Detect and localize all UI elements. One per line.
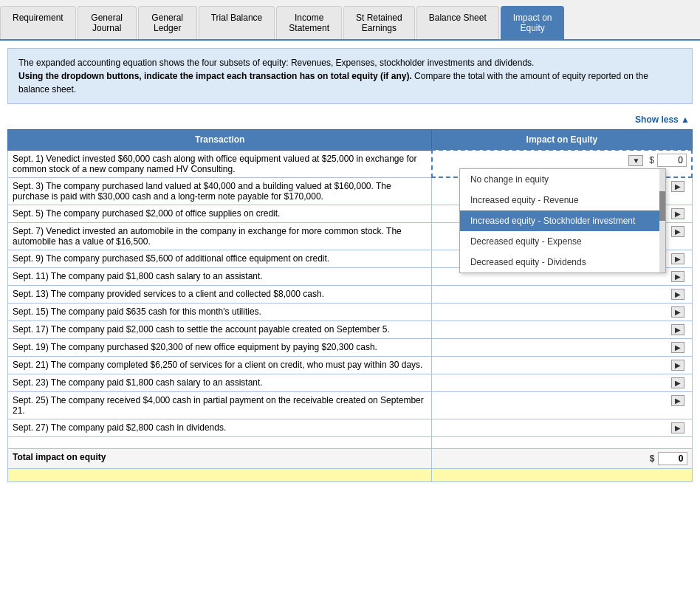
dropdown-trigger[interactable]: ▶ [671,377,684,388]
equity-cell: ▶ [432,303,692,321]
transaction-cell: Sept. 7) Venedict invested an automobile… [8,222,432,250]
dropdown-trigger[interactable]: ▶ [671,226,684,237]
equity-cell: ▶ [432,321,692,338]
empty-cell [432,436,692,448]
option-increased-revenue[interactable]: Increased equity - Revenue [460,190,665,210]
scrollbar-thumb[interactable] [659,191,665,221]
dropdown-popup: No change in equity Increased equity - R… [459,168,666,273]
equity-cell: ▶ [432,419,692,436]
dropdown-scrollbar[interactable] [659,169,665,272]
table-row: Sept. 13) The company provided services … [8,285,693,303]
transaction-cell: Sept. 15) The company paid $635 cash for… [8,303,432,321]
total-row: Total impact on equity $ 0 [8,448,693,468]
table-row: Sept. 19) The company purchased $20,300 … [8,338,693,356]
col-header-transaction: Transaction [8,130,432,151]
highlight-row [8,468,693,481]
info-text1: The expanded accounting equation shows t… [18,58,534,68]
tab-balance-sheet[interactable]: Balance Sheet [416,6,499,39]
equity-cell: ▶ [432,391,692,419]
transactions-table: Transaction Impact on Equity Sept. 1) Ve… [7,129,693,482]
dropdown-trigger[interactable]: ▶ [671,360,684,371]
dropdown-trigger[interactable]: ▼ [628,155,643,166]
dropdown-trigger[interactable]: ▶ [671,181,684,192]
dollar-sign: $ [649,155,654,165]
equity-value: 0 [657,154,687,167]
tab-income-statement[interactable]: IncomeStatement [276,6,342,39]
transaction-cell: Sept. 21) The company completed $6,250 o… [8,356,432,374]
table-row: Sept. 1) Venedict invested $60,000 cash … [8,150,693,177]
table-row: Sept. 15) The company paid $635 cash for… [8,303,693,321]
total-label: Total impact on equity [13,452,106,462]
table-row: Sept. 17) The company paid $2,000 cash t… [8,321,693,338]
col-header-equity: Impact on Equity [432,130,692,151]
empty-cell [8,436,432,448]
dropdown-trigger[interactable]: ▶ [671,271,684,282]
transaction-cell: Sept. 5) The company purchased $2,000 of… [8,205,432,222]
equity-cell: ▶ [432,285,692,303]
dropdown-trigger[interactable]: ▶ [671,342,684,353]
transaction-cell: Sept. 3) The company purchased land valu… [8,177,432,205]
table-row: Sept. 27) The company paid $2,800 cash i… [8,419,693,436]
equity-cell: ▶ [432,338,692,356]
tab-impact-equity[interactable]: Impact onEquity [501,6,565,39]
dropdown-trigger[interactable]: ▶ [671,253,684,264]
dropdown-trigger[interactable]: ▶ [671,306,684,318]
dropdown-trigger[interactable]: ▶ [671,208,684,219]
total-label-cell: Total impact on equity [8,448,432,468]
equity-cell: ▼ $ 0 No change in equity Increased equi… [432,150,692,177]
transaction-cell: Sept. 27) The company paid $2,800 cash i… [8,419,432,436]
option-no-change[interactable]: No change in equity [460,169,665,190]
table-row: Sept. 25) The company received $4,000 ca… [8,391,693,419]
dropdown-trigger[interactable]: ▶ [671,324,684,335]
dropdown-trigger[interactable]: ▶ [671,289,684,300]
tab-general-ledger[interactable]: GeneralLedger [138,6,197,39]
transaction-cell: Sept. 13) The company provided services … [8,285,432,303]
equity-cell: ▶ [432,356,692,374]
dropdown-trigger[interactable]: ▶ [671,422,684,433]
option-increased-stockholder[interactable]: Increased equity - Stockholder investmen… [460,210,665,231]
info-text2: Using the dropdown buttons, indicate the… [18,71,412,81]
total-dollar-sign: $ [650,453,655,464]
tab-trial-balance[interactable]: Trial Balance [199,6,275,39]
tabs-container: Requirement GeneralJournal GeneralLedger… [0,0,700,41]
total-equity-value: 0 [658,452,687,465]
table-row: Sept. 21) The company completed $6,250 o… [8,356,693,374]
option-decreased-dividends[interactable]: Decreased equity - Dividends [460,252,665,272]
dropdown-trigger[interactable]: ▶ [671,395,684,406]
show-less-button[interactable]: Show less ▲ [0,112,700,129]
info-box: The expanded accounting equation shows t… [7,48,693,104]
tab-retained-earnings[interactable]: St RetainedEarnings [343,6,415,39]
yellow-cell [8,468,432,481]
yellow-cell [432,468,692,481]
tab-requirement[interactable]: Requirement [0,6,76,39]
transaction-cell: Sept. 1) Venedict invested $60,000 cash … [8,150,432,177]
equity-cell: ▶ [432,374,692,391]
transaction-cell: Sept. 25) The company received $4,000 ca… [8,391,432,419]
transaction-cell: Sept. 23) The company paid $1,800 cash s… [8,374,432,391]
transaction-cell: Sept. 17) The company paid $2,000 cash t… [8,321,432,338]
transaction-cell: Sept. 9) The company purchased $5,600 of… [8,250,432,267]
transaction-cell: Sept. 11) The company paid $1,800 cash s… [8,267,432,285]
empty-row [8,436,693,448]
table-row: Sept. 23) The company paid $1,800 cash s… [8,374,693,391]
show-less-label: Show less ▲ [635,114,690,125]
tab-general-journal[interactable]: GeneralJournal [78,6,137,39]
transaction-cell: Sept. 19) The company purchased $20,300 … [8,338,432,356]
option-decreased-expense[interactable]: Decreased equity - Expense [460,231,665,252]
total-equity-cell: $ 0 [432,448,692,468]
